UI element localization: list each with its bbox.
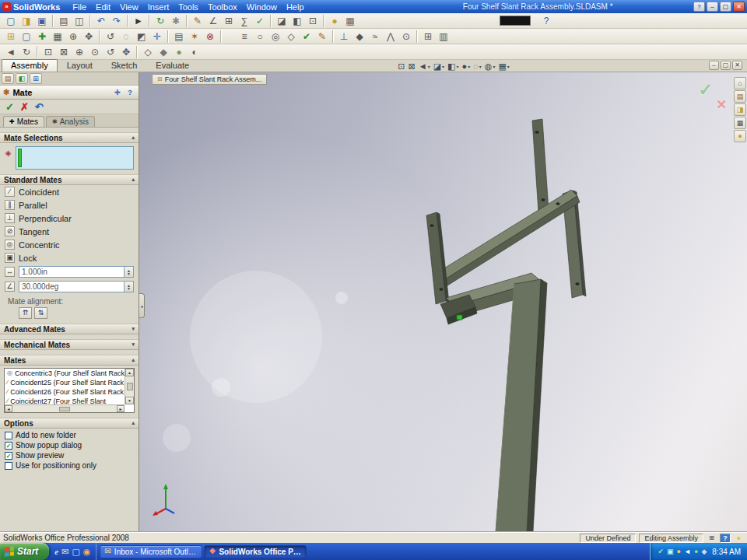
auto-balloon-icon[interactable]: ◎: [268, 30, 283, 44]
section-header-mates[interactable]: Mates ▴: [0, 355, 139, 366]
move-component-icon[interactable]: ✥: [81, 30, 96, 44]
print-icon[interactable]: ▤: [56, 14, 72, 28]
keep-visible-pin-icon[interactable]: ✛: [112, 87, 123, 97]
minimize-button-icon[interactable]: –: [707, 2, 718, 12]
center-mark-icon[interactable]: ⊙: [398, 30, 414, 44]
confirmation-cancel-x-icon[interactable]: ✕: [717, 97, 727, 112]
new-part-icon[interactable]: ▢: [19, 30, 34, 44]
taskbar-button-solidworks-office-pro[interactable]: ❖SolidWorks Office Pro...: [204, 545, 307, 558]
pm-tab-analysis[interactable]: ✱Analysis: [46, 116, 95, 127]
note-icon[interactable]: ≡: [237, 30, 252, 44]
close-button-icon[interactable]: ✕: [733, 2, 745, 12]
checkbox-show-popup-dialog[interactable]: ✓: [5, 442, 12, 450]
hidden-lines-visible-icon[interactable]: ◆: [156, 45, 171, 59]
mate-type-tangent[interactable]: ⊘Tangent: [0, 225, 139, 238]
start-button[interactable]: Start: [0, 543, 49, 560]
clock[interactable]: 8:34 AM: [712, 548, 741, 556]
diagonal-brace-front[interactable]: [443, 196, 580, 287]
revision-symbol-icon[interactable]: ▥: [436, 30, 451, 44]
design-library-icon[interactable]: ▤: [734, 90, 746, 103]
ok-icon[interactable]: ✓: [5, 102, 14, 112]
propertymanager-icon[interactable]: ◧: [16, 73, 28, 84]
redraw-icon[interactable]: ↻: [19, 45, 34, 59]
table-icon[interactable]: ⊞: [221, 14, 237, 28]
view-palette-icon[interactable]: ▦: [734, 117, 746, 129]
menu-help[interactable]: Help: [282, 2, 309, 12]
appearance-icon[interactable]: ●: [327, 14, 342, 28]
menu-toolbox[interactable]: Toolbox: [203, 2, 242, 12]
scroll-up-icon[interactable]: ▲: [125, 369, 134, 376]
solidworks-resources-icon[interactable]: ⌂: [734, 77, 746, 89]
rotate-component-icon[interactable]: ↺: [103, 30, 118, 44]
cancel-icon[interactable]: ✗: [20, 102, 29, 112]
tab-sketch[interactable]: Sketch: [102, 59, 147, 72]
geometric-tolerance-icon[interactable]: ◆: [352, 30, 367, 44]
featuremanager-design-tree-icon[interactable]: ▤: [2, 73, 14, 84]
datum-feature-icon[interactable]: ⊥: [336, 30, 352, 44]
surface-finish-icon[interactable]: ≈: [367, 30, 383, 44]
menu-view[interactable]: View: [115, 2, 143, 12]
internet-explorer-icon[interactable]: e: [54, 548, 58, 556]
model-items-icon[interactable]: ◇: [283, 30, 299, 44]
menu-edit[interactable]: Edit: [91, 2, 115, 12]
rebuild-icon[interactable]: ↻: [153, 14, 168, 28]
edit-appearance-icon[interactable]: ◍▾: [485, 62, 496, 71]
upright-flat-bar[interactable]: [532, 119, 549, 212]
3d-model[interactable]: [139, 72, 747, 532]
graphics-viewport[interactable]: ⊞ Four Shelf Slant Rack Assem... ✓ ✕ ⌂▤◨…: [139, 72, 747, 532]
help-icon[interactable]: ?: [538, 14, 554, 28]
scene-icon[interactable]: ▦: [342, 14, 358, 28]
interference-detection-icon[interactable]: ⊗: [202, 30, 218, 44]
open-icon[interactable]: ◨: [19, 14, 34, 28]
tray-update-icon[interactable]: ●: [677, 548, 681, 555]
spell-check-icon[interactable]: ✔: [299, 30, 314, 44]
zoom-to-area-icon[interactable]: ⊠: [409, 62, 416, 71]
exploded-view-icon[interactable]: ✶: [187, 30, 202, 44]
rotate-view-icon[interactable]: ↺: [103, 45, 118, 59]
document-tab[interactable]: ⊞ Four Shelf Slant Rack Assem...: [152, 74, 267, 85]
section-header-mate-selections[interactable]: Mate Selections ▴: [0, 132, 139, 143]
section-view-icon[interactable]: ◪: [274, 14, 289, 28]
scroll-down-icon[interactable]: ▼: [125, 397, 134, 404]
checkbox-add-to-new-folder[interactable]: [5, 432, 12, 439]
menu-window[interactable]: Window: [242, 2, 282, 12]
weld-symbol-icon[interactable]: ⋀: [383, 30, 398, 44]
section-header-standard-mates[interactable]: Standard Mates ▴: [0, 174, 139, 185]
status-help-button[interactable]: ?: [720, 534, 731, 543]
tab-assembly[interactable]: Assembly: [2, 59, 58, 72]
zoom-to-fit-icon[interactable]: ⊡: [305, 14, 321, 28]
previous-view-icon[interactable]: ◄: [3, 45, 19, 59]
menu-insert[interactable]: Insert: [143, 2, 174, 12]
mate-type-lock[interactable]: ▣Lock: [0, 251, 139, 264]
tray-volume-icon[interactable]: ◄: [684, 548, 691, 555]
redo-icon[interactable]: ↷: [109, 14, 124, 28]
wireframe-icon[interactable]: ◇: [140, 45, 156, 59]
bill-of-materials-icon[interactable]: ▤: [171, 30, 187, 44]
undo-icon[interactable]: ↶: [35, 102, 44, 112]
balloon-icon[interactable]: ○: [252, 30, 268, 44]
menu-tools[interactable]: Tools: [174, 2, 203, 12]
view-orientation-icon[interactable]: ◧▾: [447, 62, 458, 71]
equations-icon[interactable]: ∑: [237, 14, 252, 28]
mate-type-parallel[interactable]: ∥Parallel: [0, 198, 139, 212]
mate-selections-box[interactable]: [16, 146, 134, 170]
tray-messenger-icon[interactable]: ●: [694, 548, 698, 555]
select-icon[interactable]: ►: [131, 14, 146, 28]
print-preview-icon[interactable]: ◫: [72, 14, 87, 28]
confirmation-ok-check-icon[interactable]: ✓: [699, 80, 713, 100]
reference-geometry-icon[interactable]: ✛: [149, 30, 165, 44]
pm-tab-mates[interactable]: ✚Mates: [3, 116, 44, 127]
panel-help-icon[interactable]: ?: [124, 87, 135, 97]
document-restore-icon[interactable]: ▢: [721, 61, 731, 70]
mate-type-concentric[interactable]: ◎Concentric: [0, 238, 139, 251]
horizontal-scrollbar[interactable]: ◄ ►: [5, 404, 124, 412]
smart-fasteners-icon[interactable]: ⊕: [65, 30, 81, 44]
section-header-mechanical-mates[interactable]: Mechanical Mates ▾: [0, 339, 139, 350]
show-hidden-icon[interactable]: ◌: [118, 30, 134, 44]
scroll-thumb[interactable]: [127, 383, 133, 390]
format-painter-icon[interactable]: ✎: [314, 30, 330, 44]
mate-list-item[interactable]: ∕Coincident26 (Four Shelf Slant Rack: [5, 387, 124, 397]
mate-list-item[interactable]: ∕Coincident27 (Four Shelf Slant: [5, 397, 124, 404]
configurationmanager-icon[interactable]: ⊞: [30, 73, 42, 84]
scroll-thumb[interactable]: [59, 407, 70, 411]
